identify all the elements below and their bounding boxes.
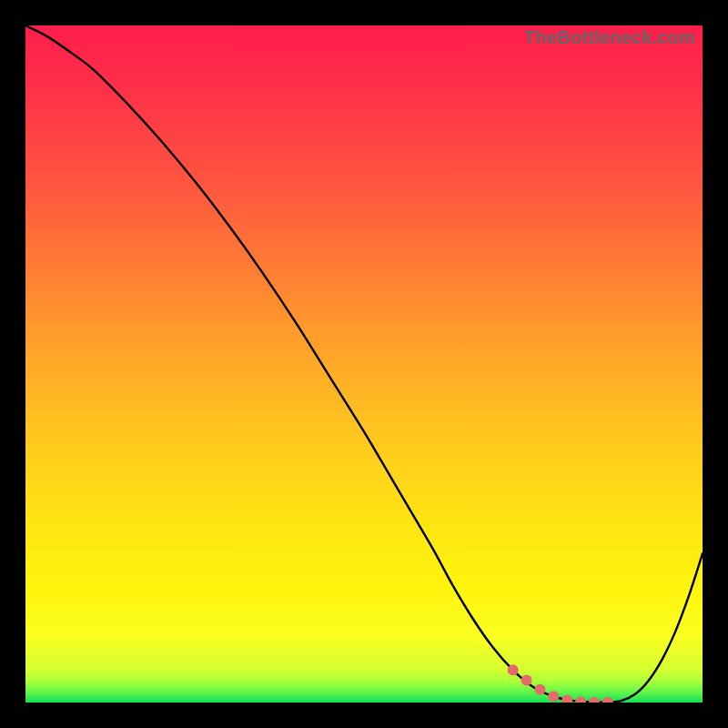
plot-area: TheBottleneck.com: [25, 25, 703, 703]
optimal-zone-markers: [25, 25, 703, 703]
chart-frame: TheBottleneck.com: [0, 0, 728, 728]
watermark-text: TheBottleneck.com: [524, 27, 695, 48]
optimal-marker: [575, 696, 586, 703]
optimal-marker: [589, 697, 600, 703]
optimal-marker: [521, 674, 532, 685]
optimal-marker: [602, 697, 613, 703]
optimal-marker: [534, 684, 545, 695]
optimal-marker: [548, 691, 559, 702]
optimal-marker: [508, 664, 519, 675]
optimal-marker: [561, 694, 572, 703]
